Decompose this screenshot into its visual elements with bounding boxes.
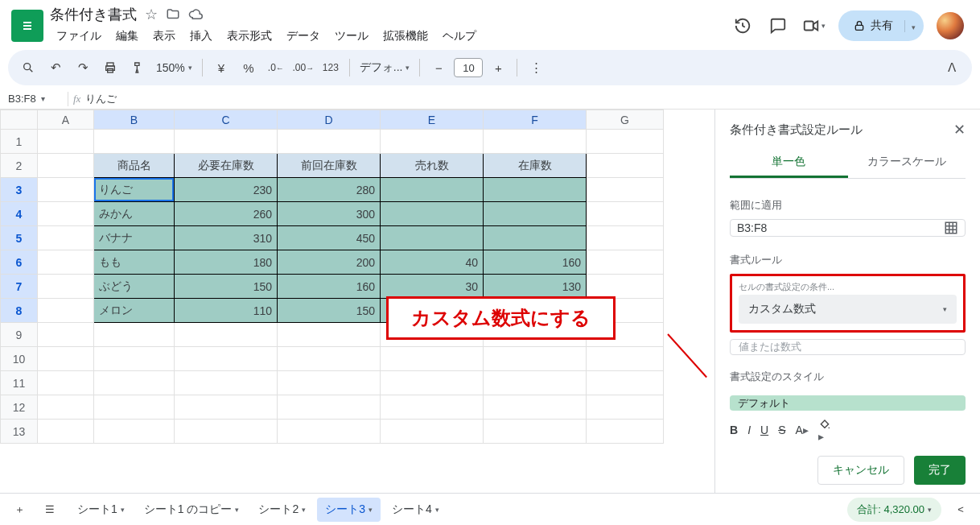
- tab-color-scale[interactable]: カラースケール: [848, 148, 966, 178]
- cell-A8[interactable]: [38, 299, 94, 323]
- cell-A9[interactable]: [38, 323, 94, 347]
- cell-C9[interactable]: [175, 323, 278, 347]
- sheet-tab-menu-icon[interactable]: ▾: [369, 506, 373, 514]
- column-header-C[interactable]: C: [175, 110, 278, 130]
- row-header-8[interactable]: 8: [1, 299, 38, 323]
- row-header-3[interactable]: 3: [1, 178, 38, 202]
- cell-E10[interactable]: [381, 347, 484, 371]
- cell-D8[interactable]: 150: [278, 299, 381, 323]
- cell-G13[interactable]: [587, 420, 664, 444]
- cell-E2[interactable]: 売れ数: [381, 154, 484, 178]
- cell-D7[interactable]: 160: [278, 275, 381, 299]
- font-family-select[interactable]: デフォ...▾: [356, 60, 414, 75]
- quick-sum-chip[interactable]: 合計: 4,320.00▾: [847, 498, 941, 522]
- cell-B12[interactable]: [94, 395, 175, 420]
- cell-G2[interactable]: [587, 154, 664, 178]
- cell-D13[interactable]: [278, 420, 381, 444]
- cell-E11[interactable]: [381, 371, 484, 395]
- sheet-tab-menu-icon[interactable]: ▾: [121, 506, 125, 514]
- print-icon[interactable]: [98, 56, 122, 80]
- cell-F5[interactable]: [484, 226, 587, 250]
- cell-E12[interactable]: [381, 395, 484, 420]
- italic-icon[interactable]: I: [747, 424, 751, 436]
- cell-G7[interactable]: [587, 275, 664, 299]
- cell-A2[interactable]: [38, 154, 94, 178]
- add-sheet-icon[interactable]: ＋: [8, 498, 31, 521]
- cell-B6[interactable]: もも: [94, 250, 175, 275]
- menu-extensions[interactable]: 拡張機能: [377, 26, 434, 47]
- row-header-5[interactable]: 5: [1, 226, 38, 250]
- cell-G12[interactable]: [587, 395, 664, 420]
- cell-D12[interactable]: [278, 395, 381, 420]
- cell-A10[interactable]: [38, 347, 94, 371]
- row-header-11[interactable]: 11: [1, 371, 38, 395]
- cell-E4[interactable]: [381, 202, 484, 226]
- cell-A13[interactable]: [38, 420, 94, 444]
- more-toolbar-icon[interactable]: ⋮: [524, 56, 548, 80]
- cell-F13[interactable]: [484, 420, 587, 444]
- share-button[interactable]: 共有 ▾: [838, 10, 924, 41]
- cell-E3[interactable]: [381, 178, 484, 202]
- cell-D1[interactable]: [278, 130, 381, 154]
- cell-D2[interactable]: 前回在庫数: [278, 154, 381, 178]
- cell-C3[interactable]: 230: [175, 178, 278, 202]
- cell-C8[interactable]: 110: [175, 299, 278, 323]
- strikethrough-icon[interactable]: S: [778, 424, 785, 436]
- menu-edit[interactable]: 編集: [109, 26, 145, 47]
- done-button[interactable]: 完了: [914, 456, 966, 485]
- cell-C5[interactable]: 310: [175, 226, 278, 250]
- cell-A1[interactable]: [38, 130, 94, 154]
- cell-C1[interactable]: [175, 130, 278, 154]
- underline-icon[interactable]: U: [760, 424, 768, 436]
- star-icon[interactable]: ☆: [145, 6, 158, 23]
- spreadsheet-grid[interactable]: ABCDEFG12商品名必要在庫数前回在庫数売れ数在庫数3りんご2302804み…: [0, 110, 664, 444]
- cell-D10[interactable]: [278, 347, 381, 371]
- sheet-tab-シート2[interactable]: シート2 ▾: [250, 498, 314, 522]
- cell-B9[interactable]: [94, 323, 175, 347]
- all-sheets-icon[interactable]: ☰: [39, 498, 61, 521]
- column-header-F[interactable]: F: [484, 110, 587, 130]
- cell-F2[interactable]: 在庫数: [484, 154, 587, 178]
- font-size-input[interactable]: 10: [454, 58, 483, 77]
- paint-format-icon[interactable]: [126, 56, 150, 80]
- search-menus-icon[interactable]: [16, 56, 40, 80]
- cell-E1[interactable]: [381, 130, 484, 154]
- sheet-tab-menu-icon[interactable]: ▾: [435, 506, 439, 514]
- bold-icon[interactable]: B: [730, 424, 738, 436]
- cell-A12[interactable]: [38, 395, 94, 420]
- cell-E7[interactable]: 30: [381, 275, 484, 299]
- formula-bar[interactable]: りんご: [85, 92, 117, 106]
- cell-C6[interactable]: 180: [175, 250, 278, 275]
- menu-data[interactable]: データ: [280, 26, 327, 47]
- explore-icon[interactable]: <: [949, 498, 972, 521]
- comments-icon[interactable]: [767, 14, 789, 37]
- column-header-E[interactable]: E: [381, 110, 484, 130]
- cell-F12[interactable]: [484, 395, 587, 420]
- row-header-1[interactable]: 1: [1, 130, 38, 154]
- more-formats-icon[interactable]: 123: [319, 56, 343, 80]
- cell-F11[interactable]: [484, 371, 587, 395]
- font-size-decrease-icon[interactable]: −: [426, 56, 451, 80]
- meet-icon[interactable]: ▾: [802, 14, 826, 37]
- cell-F3[interactable]: [484, 178, 587, 202]
- cell-F1[interactable]: [484, 130, 587, 154]
- undo-icon[interactable]: ↶: [43, 56, 68, 80]
- cell-G4[interactable]: [587, 202, 664, 226]
- row-header-13[interactable]: 13: [1, 420, 38, 444]
- menu-tools[interactable]: ツール: [328, 26, 375, 47]
- cell-B13[interactable]: [94, 420, 175, 444]
- row-header-6[interactable]: 6: [1, 250, 38, 275]
- default-style-chip[interactable]: デフォルト: [730, 395, 966, 411]
- cell-D9[interactable]: [278, 323, 381, 347]
- cell-G11[interactable]: [587, 371, 664, 395]
- cell-B4[interactable]: みかん: [94, 202, 175, 226]
- cell-E6[interactable]: 40: [381, 250, 484, 275]
- cell-C4[interactable]: 260: [175, 202, 278, 226]
- cell-A4[interactable]: [38, 202, 94, 226]
- document-title[interactable]: 条件付き書式: [50, 5, 137, 24]
- cell-B2[interactable]: 商品名: [94, 154, 175, 178]
- range-picker-icon[interactable]: [944, 221, 958, 235]
- cell-E13[interactable]: [381, 420, 484, 444]
- decrease-decimal-icon[interactable]: .0←: [264, 56, 288, 80]
- condition-select[interactable]: カスタム数式 ▾: [739, 295, 957, 324]
